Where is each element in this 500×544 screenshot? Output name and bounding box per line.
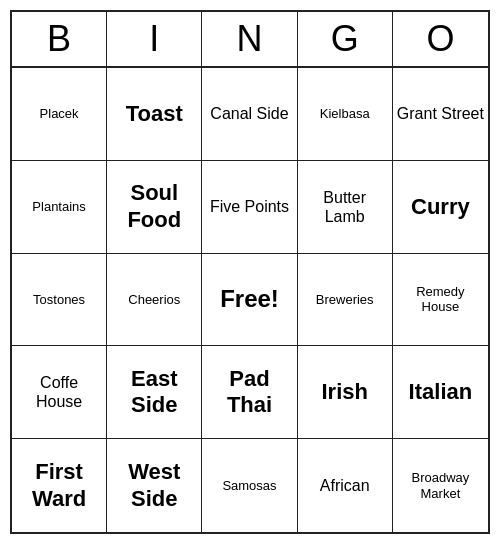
bingo-cell: Irish — [298, 346, 393, 439]
bingo-cell: West Side — [107, 439, 202, 532]
header-letter: N — [202, 12, 297, 66]
bingo-cell: Broadway Market — [393, 439, 488, 532]
bingo-cell: Tostones — [12, 254, 107, 347]
header-letter: B — [12, 12, 107, 66]
bingo-cell: Butter Lamb — [298, 161, 393, 254]
bingo-cell: Placek — [12, 68, 107, 161]
bingo-cell: Coffe House — [12, 346, 107, 439]
bingo-cell: Canal Side — [202, 68, 297, 161]
bingo-cell: Grant Street — [393, 68, 488, 161]
bingo-grid: PlacekToastCanal SideKielbasaGrant Stree… — [12, 68, 488, 532]
bingo-cell: East Side — [107, 346, 202, 439]
header-letter: O — [393, 12, 488, 66]
bingo-cell: Breweries — [298, 254, 393, 347]
header-letter: G — [298, 12, 393, 66]
header-letter: I — [107, 12, 202, 66]
bingo-cell: Kielbasa — [298, 68, 393, 161]
bingo-cell: Plantains — [12, 161, 107, 254]
bingo-cell: Five Points — [202, 161, 297, 254]
bingo-card: BINGO PlacekToastCanal SideKielbasaGrant… — [10, 10, 490, 534]
bingo-cell: First Ward — [12, 439, 107, 532]
bingo-cell: Remedy House — [393, 254, 488, 347]
bingo-cell: Free! — [202, 254, 297, 347]
bingo-cell: Soul Food — [107, 161, 202, 254]
bingo-cell: Cheerios — [107, 254, 202, 347]
bingo-header: BINGO — [12, 12, 488, 68]
bingo-cell: Samosas — [202, 439, 297, 532]
bingo-cell: Italian — [393, 346, 488, 439]
bingo-cell: African — [298, 439, 393, 532]
bingo-cell: Toast — [107, 68, 202, 161]
bingo-cell: Curry — [393, 161, 488, 254]
bingo-cell: Pad Thai — [202, 346, 297, 439]
